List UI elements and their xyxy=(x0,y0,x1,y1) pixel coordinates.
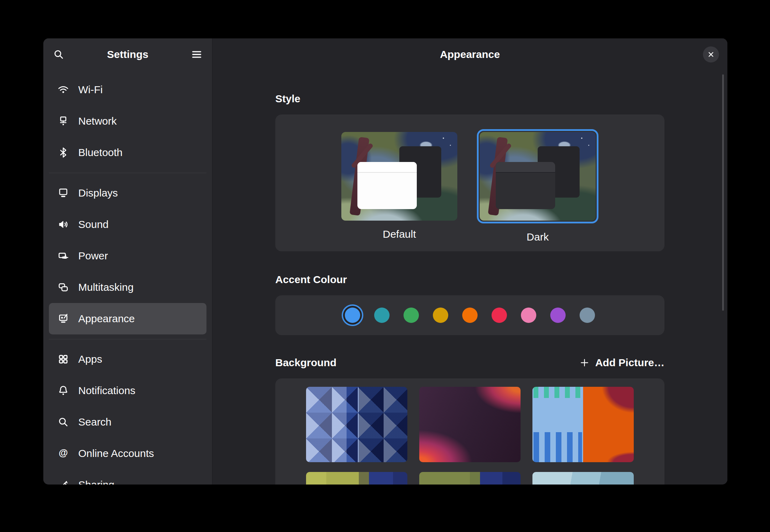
background-section-title: Background xyxy=(275,357,336,369)
sidebar-item-displays[interactable]: Displays xyxy=(49,177,206,209)
sidebar-item-wifi[interactable]: Wi-Fi xyxy=(49,74,206,105)
wallpaper-thumbnail[interactable] xyxy=(532,472,634,485)
selected-style-border xyxy=(477,129,598,223)
sidebar-item-bluetooth[interactable]: Bluetooth xyxy=(49,137,206,168)
wallpaper-thumbnail[interactable] xyxy=(306,387,407,462)
sidebar-item-label: Power xyxy=(78,250,108,262)
display-icon xyxy=(57,187,69,199)
accent-swatch-teal[interactable] xyxy=(374,308,390,323)
main-headerbar: Appearance xyxy=(212,38,727,71)
sidebar-item-label: Multitasking xyxy=(78,281,133,293)
app-grid-icon xyxy=(57,353,69,365)
network-icon xyxy=(57,115,69,127)
sidebar-title: Settings xyxy=(43,49,212,60)
sidebar-divider xyxy=(49,168,206,177)
settings-window: Settings xyxy=(43,38,727,485)
sidebar-item-label: Notifications xyxy=(78,385,135,397)
accent-swatch-orange[interactable] xyxy=(462,308,478,323)
add-picture-label: Add Picture… xyxy=(595,357,664,369)
scroll-area: Style Default xyxy=(212,71,727,485)
bell-icon xyxy=(57,385,69,397)
desktop: Settings xyxy=(0,0,770,532)
svg-text:@: @ xyxy=(59,448,68,458)
style-section-title: Style xyxy=(275,93,664,105)
accent-swatch-pink[interactable] xyxy=(521,308,536,323)
wallpaper-thumbnail[interactable] xyxy=(419,387,521,462)
accent-swatch-yellow[interactable] xyxy=(433,308,448,323)
dark-style-preview xyxy=(480,132,596,221)
sidebar-item-notifications[interactable]: Notifications xyxy=(49,375,206,406)
default-style-preview xyxy=(341,132,457,221)
at-icon: @ xyxy=(57,448,69,459)
sidebar-item-search[interactable]: Search xyxy=(49,406,206,438)
accent-colour-card xyxy=(275,295,664,335)
accent-section-title: Accent Colour xyxy=(275,274,664,286)
close-icon xyxy=(705,51,717,58)
sidebar-item-power[interactable]: Power xyxy=(49,240,206,272)
speaker-icon xyxy=(57,219,69,230)
plus-icon xyxy=(579,358,590,368)
battery-plug-icon xyxy=(57,250,69,262)
style-option-dark[interactable]: Dark xyxy=(477,129,598,243)
wallpaper-thumbnail[interactable] xyxy=(419,472,521,485)
style-card: Default xyxy=(275,114,664,251)
accent-swatch-purple[interactable] xyxy=(550,308,566,323)
key-icon xyxy=(57,479,69,485)
accent-swatch-green[interactable] xyxy=(404,308,419,323)
sidebar-item-label: Search xyxy=(78,416,111,428)
accent-swatch-red[interactable] xyxy=(492,308,507,323)
sidebar: Settings xyxy=(43,38,212,485)
page-title: Appearance xyxy=(440,49,500,60)
sidebar-item-label: Wi-Fi xyxy=(78,84,103,96)
sidebar-headerbar: Settings xyxy=(43,38,212,71)
sidebar-list: Wi-Fi Network xyxy=(43,71,212,485)
accent-swatch-slate[interactable] xyxy=(580,308,595,323)
background-card xyxy=(275,378,664,485)
sidebar-item-online-accounts[interactable]: @ Online Accounts xyxy=(49,438,206,469)
mock-window-front-dark xyxy=(496,162,555,209)
sidebar-item-label: Sound xyxy=(78,219,109,230)
sidebar-item-apps[interactable]: Apps xyxy=(49,343,206,375)
wifi-icon xyxy=(57,84,69,96)
magnifier-icon xyxy=(57,416,69,428)
sidebar-item-label: Network xyxy=(78,115,117,127)
sidebar-divider xyxy=(49,334,206,343)
wallpaper-thumbnail[interactable] xyxy=(306,472,407,485)
sidebar-item-multitasking[interactable]: Multitasking xyxy=(49,272,206,303)
style-option-label: Default xyxy=(383,228,416,240)
display-brush-icon xyxy=(57,313,69,325)
sidebar-item-label: Bluetooth xyxy=(78,147,123,158)
sidebar-item-sound[interactable]: Sound xyxy=(49,209,206,240)
sidebar-item-label: Sharing xyxy=(78,479,114,485)
mock-window-front-light xyxy=(357,162,416,209)
style-option-label: Dark xyxy=(526,231,549,243)
appearance-panel: Appearance Style xyxy=(212,38,727,485)
sidebar-item-label: Apps xyxy=(78,353,102,365)
wallpaper-thumbnail[interactable] xyxy=(532,387,634,462)
sidebar-item-network[interactable]: Network xyxy=(49,105,206,137)
scrollbar-thumb[interactable] xyxy=(722,74,724,311)
close-button[interactable] xyxy=(703,46,719,62)
style-option-default[interactable]: Default xyxy=(341,132,457,240)
sidebar-item-label: Online Accounts xyxy=(78,448,154,459)
bluetooth-icon xyxy=(57,147,69,158)
add-picture-button[interactable]: Add Picture… xyxy=(579,357,664,369)
sidebar-item-sharing[interactable]: Sharing xyxy=(49,469,206,485)
overlapping-windows-icon xyxy=(57,281,69,293)
accent-swatch-blue[interactable] xyxy=(345,308,360,323)
sidebar-item-appearance[interactable]: Appearance xyxy=(49,303,206,334)
sidebar-item-label: Displays xyxy=(78,187,118,199)
sidebar-item-label: Appearance xyxy=(78,313,135,325)
